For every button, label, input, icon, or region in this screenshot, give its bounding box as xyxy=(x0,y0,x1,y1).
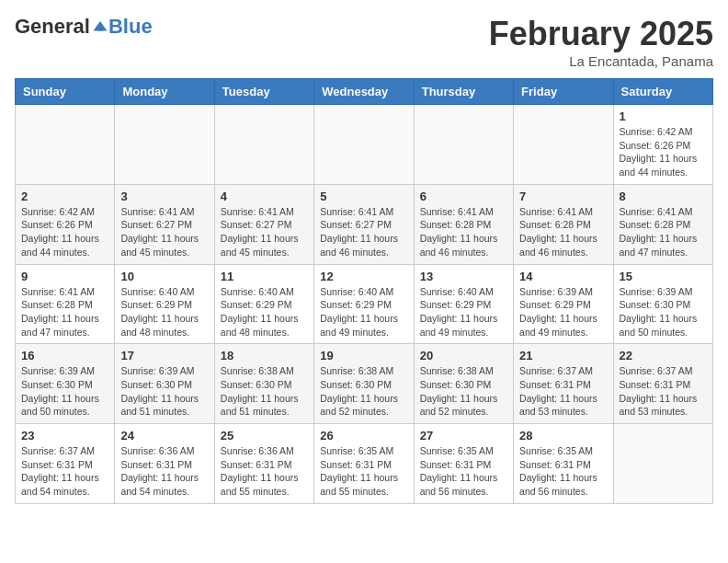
calendar-day-cell: 25Sunrise: 6:36 AM Sunset: 6:31 PM Dayli… xyxy=(214,424,313,504)
day-number: 18 xyxy=(221,349,308,362)
day-number: 24 xyxy=(120,429,208,442)
day-number: 22 xyxy=(620,349,707,362)
day-of-week-header: Friday xyxy=(514,79,613,105)
day-info: Sunrise: 6:41 AM Sunset: 6:28 PM Dayligh… xyxy=(21,285,108,339)
day-of-week-header: Sunday xyxy=(16,79,115,105)
calendar-day-cell xyxy=(613,424,712,504)
day-number: 21 xyxy=(519,349,607,362)
calendar-day-cell: 4Sunrise: 6:41 AM Sunset: 6:27 PM Daylig… xyxy=(214,184,313,264)
calendar-week-row: 9Sunrise: 6:41 AM Sunset: 6:28 PM Daylig… xyxy=(16,264,713,344)
day-number: 1 xyxy=(620,109,707,123)
day-info: Sunrise: 6:41 AM Sunset: 6:28 PM Dayligh… xyxy=(519,205,607,259)
day-number: 28 xyxy=(519,429,607,442)
day-number: 7 xyxy=(519,190,607,203)
day-info: Sunrise: 6:40 AM Sunset: 6:29 PM Dayligh… xyxy=(320,285,407,339)
calendar-week-row: 23Sunrise: 6:37 AM Sunset: 6:31 PM Dayli… xyxy=(16,424,713,504)
calendar-day-cell: 10Sunrise: 6:40 AM Sunset: 6:29 PM Dayli… xyxy=(115,264,214,344)
calendar-day-cell: 5Sunrise: 6:41 AM Sunset: 6:27 PM Daylig… xyxy=(314,184,414,264)
day-info: Sunrise: 6:39 AM Sunset: 6:29 PM Dayligh… xyxy=(519,285,607,339)
day-number: 27 xyxy=(420,429,507,442)
svg-rect-1 xyxy=(97,29,103,31)
day-info: Sunrise: 6:41 AM Sunset: 6:27 PM Dayligh… xyxy=(120,205,208,259)
calendar-day-cell: 6Sunrise: 6:41 AM Sunset: 6:28 PM Daylig… xyxy=(414,184,513,264)
day-info: Sunrise: 6:37 AM Sunset: 6:31 PM Dayligh… xyxy=(519,364,607,419)
day-number: 13 xyxy=(420,270,507,283)
calendar-day-cell: 11Sunrise: 6:40 AM Sunset: 6:29 PM Dayli… xyxy=(214,264,313,344)
calendar-day-cell: 9Sunrise: 6:41 AM Sunset: 6:28 PM Daylig… xyxy=(16,264,115,344)
calendar-day-cell xyxy=(214,105,313,185)
day-info: Sunrise: 6:41 AM Sunset: 6:28 PM Dayligh… xyxy=(620,205,707,259)
day-number: 5 xyxy=(320,190,407,203)
day-of-week-header: Saturday xyxy=(613,79,712,105)
calendar-day-cell xyxy=(115,105,214,185)
day-info: Sunrise: 6:35 AM Sunset: 6:31 PM Dayligh… xyxy=(320,444,407,499)
calendar-day-cell: 28Sunrise: 6:35 AM Sunset: 6:31 PM Dayli… xyxy=(514,424,613,504)
calendar-day-cell: 15Sunrise: 6:39 AM Sunset: 6:30 PM Dayli… xyxy=(613,264,712,344)
calendar-day-cell: 22Sunrise: 6:37 AM Sunset: 6:31 PM Dayli… xyxy=(613,344,712,424)
calendar-day-cell: 20Sunrise: 6:38 AM Sunset: 6:30 PM Dayli… xyxy=(414,344,513,424)
month-title: February 2025 xyxy=(489,15,713,53)
title-block: February 2025 La Encantada, Panama xyxy=(489,15,713,69)
day-info: Sunrise: 6:41 AM Sunset: 6:27 PM Dayligh… xyxy=(320,205,407,259)
calendar-day-cell: 18Sunrise: 6:38 AM Sunset: 6:30 PM Dayli… xyxy=(214,344,313,424)
calendar-table: SundayMondayTuesdayWednesdayThursdayFrid… xyxy=(15,78,713,504)
day-number: 19 xyxy=(320,349,407,362)
calendar-day-cell: 23Sunrise: 6:37 AM Sunset: 6:31 PM Dayli… xyxy=(16,424,115,504)
calendar-day-cell: 8Sunrise: 6:41 AM Sunset: 6:28 PM Daylig… xyxy=(613,184,712,264)
day-info: Sunrise: 6:35 AM Sunset: 6:31 PM Dayligh… xyxy=(519,444,607,499)
calendar-day-cell: 19Sunrise: 6:38 AM Sunset: 6:30 PM Dayli… xyxy=(314,344,414,424)
day-number: 23 xyxy=(21,429,108,442)
calendar-day-cell: 1Sunrise: 6:42 AM Sunset: 6:26 PM Daylig… xyxy=(613,105,712,185)
day-number: 3 xyxy=(120,190,208,203)
day-number: 9 xyxy=(21,270,108,283)
day-number: 17 xyxy=(120,349,208,362)
logo-icon xyxy=(92,18,108,35)
day-info: Sunrise: 6:36 AM Sunset: 6:31 PM Dayligh… xyxy=(120,444,208,499)
day-info: Sunrise: 6:37 AM Sunset: 6:31 PM Dayligh… xyxy=(620,364,707,419)
day-number: 2 xyxy=(21,190,108,203)
day-number: 14 xyxy=(519,270,607,283)
day-info: Sunrise: 6:40 AM Sunset: 6:29 PM Dayligh… xyxy=(420,285,507,339)
day-info: Sunrise: 6:39 AM Sunset: 6:30 PM Dayligh… xyxy=(21,364,108,419)
day-of-week-header: Tuesday xyxy=(214,79,313,105)
calendar-day-cell: 21Sunrise: 6:37 AM Sunset: 6:31 PM Dayli… xyxy=(514,344,613,424)
calendar-week-row: 2Sunrise: 6:42 AM Sunset: 6:26 PM Daylig… xyxy=(16,184,713,264)
day-info: Sunrise: 6:39 AM Sunset: 6:30 PM Dayligh… xyxy=(120,364,208,419)
calendar-day-cell: 13Sunrise: 6:40 AM Sunset: 6:29 PM Dayli… xyxy=(414,264,513,344)
day-info: Sunrise: 6:36 AM Sunset: 6:31 PM Dayligh… xyxy=(221,444,308,499)
calendar-day-cell: 26Sunrise: 6:35 AM Sunset: 6:31 PM Dayli… xyxy=(314,424,414,504)
calendar-day-cell xyxy=(16,105,115,185)
calendar-day-cell: 17Sunrise: 6:39 AM Sunset: 6:30 PM Dayli… xyxy=(115,344,214,424)
day-number: 26 xyxy=(320,429,407,442)
logo: General Blue xyxy=(15,15,153,39)
day-number: 4 xyxy=(221,190,308,203)
calendar-day-cell: 7Sunrise: 6:41 AM Sunset: 6:28 PM Daylig… xyxy=(514,184,613,264)
day-number: 10 xyxy=(120,270,208,283)
calendar-day-cell xyxy=(514,105,613,185)
calendar-day-cell: 3Sunrise: 6:41 AM Sunset: 6:27 PM Daylig… xyxy=(115,184,214,264)
page-header: General Blue February 2025 La Encantada,… xyxy=(15,15,713,69)
calendar-week-row: 16Sunrise: 6:39 AM Sunset: 6:30 PM Dayli… xyxy=(16,344,713,424)
day-number: 16 xyxy=(21,349,108,362)
day-info: Sunrise: 6:41 AM Sunset: 6:27 PM Dayligh… xyxy=(221,205,308,259)
day-number: 8 xyxy=(620,190,707,203)
calendar-day-cell: 24Sunrise: 6:36 AM Sunset: 6:31 PM Dayli… xyxy=(115,424,214,504)
day-of-week-header: Monday xyxy=(115,79,214,105)
day-info: Sunrise: 6:37 AM Sunset: 6:31 PM Dayligh… xyxy=(21,444,108,499)
calendar-week-row: 1Sunrise: 6:42 AM Sunset: 6:26 PM Daylig… xyxy=(16,105,713,185)
calendar-day-cell: 14Sunrise: 6:39 AM Sunset: 6:29 PM Dayli… xyxy=(514,264,613,344)
day-info: Sunrise: 6:40 AM Sunset: 6:29 PM Dayligh… xyxy=(120,285,208,339)
day-of-week-header: Wednesday xyxy=(314,79,414,105)
day-number: 25 xyxy=(221,429,308,442)
day-number: 15 xyxy=(620,270,707,283)
calendar-day-cell xyxy=(314,105,414,185)
day-info: Sunrise: 6:39 AM Sunset: 6:30 PM Dayligh… xyxy=(620,285,707,339)
day-number: 20 xyxy=(420,349,507,362)
calendar-header-row: SundayMondayTuesdayWednesdayThursdayFrid… xyxy=(16,79,713,105)
day-info: Sunrise: 6:40 AM Sunset: 6:29 PM Dayligh… xyxy=(221,285,308,339)
location-subtitle: La Encantada, Panama xyxy=(489,53,713,69)
day-info: Sunrise: 6:38 AM Sunset: 6:30 PM Dayligh… xyxy=(320,364,407,419)
day-info: Sunrise: 6:38 AM Sunset: 6:30 PM Dayligh… xyxy=(420,364,507,419)
calendar-day-cell: 2Sunrise: 6:42 AM Sunset: 6:26 PM Daylig… xyxy=(16,184,115,264)
calendar-day-cell: 12Sunrise: 6:40 AM Sunset: 6:29 PM Dayli… xyxy=(314,264,414,344)
